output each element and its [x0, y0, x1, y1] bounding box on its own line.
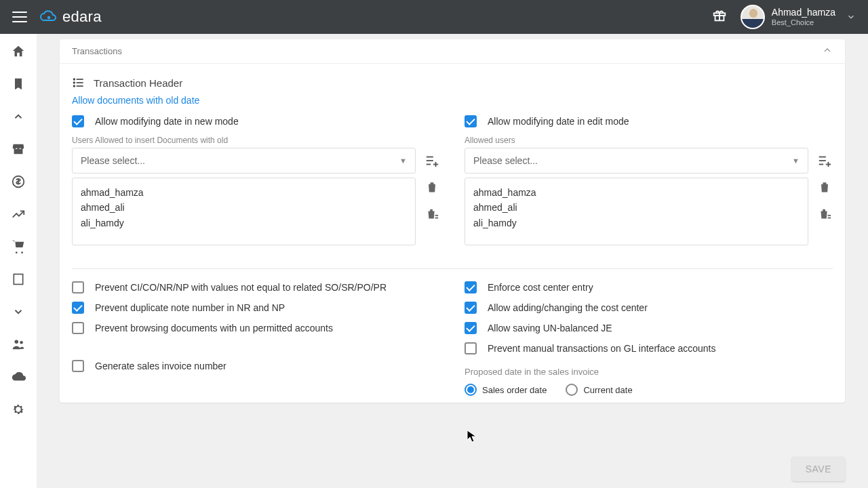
section-title: Transaction Header [94, 77, 182, 89]
checkbox-prevent-browse[interactable] [72, 322, 84, 334]
avatar [741, 5, 765, 29]
svg-point-22 [74, 85, 75, 87]
svg-point-20 [74, 79, 75, 80]
svg-rect-5 [14, 274, 22, 285]
store-icon[interactable] [10, 141, 26, 157]
cloud-icon[interactable] [10, 369, 26, 385]
caret-down-icon: ▼ [792, 157, 800, 165]
checkbox-allow-cc[interactable] [465, 302, 477, 314]
radio-sales-order-date[interactable] [465, 384, 477, 396]
label-prevent-ci: Prevent CI/CO/NR/NP with values not equa… [95, 282, 387, 293]
users-old-list[interactable]: ahmad_hamza ahmed_ali ali_hamdy [72, 178, 416, 245]
list-item[interactable]: ahmad_hamza [81, 185, 407, 200]
checkbox-unbalanced[interactable] [465, 322, 477, 334]
add-list-icon[interactable] [424, 152, 440, 169]
chevron-up-icon[interactable] [10, 108, 26, 125]
logo-text: edara [62, 8, 102, 26]
save-button[interactable]: SAVE [792, 457, 845, 481]
logo[interactable]: edara [39, 8, 102, 26]
allowed-users-select[interactable]: Please select... ▼ [465, 148, 808, 174]
trash-icon[interactable] [424, 179, 440, 195]
label-prevent-manual: Prevent manual transactions on GL interf… [488, 343, 715, 354]
cloud-icon [39, 10, 58, 24]
chevron-down-icon[interactable] [10, 304, 26, 320]
svg-point-15 [15, 340, 19, 344]
trash-icon[interactable] [816, 179, 833, 195]
checkbox-prevent-manual[interactable] [465, 342, 477, 354]
cart-icon[interactable] [10, 239, 26, 255]
svg-point-0 [47, 16, 50, 19]
list-item[interactable]: ali_hamdy [81, 216, 407, 230]
building-icon[interactable] [10, 271, 26, 287]
list-item[interactable]: ahmed_ali [81, 200, 407, 215]
label-gen-invoice: Generate sales invoice number [95, 361, 226, 371]
menu-icon[interactable] [12, 12, 27, 22]
label-modify-new: Allow modifying date in new mode [95, 116, 239, 127]
collapse-icon[interactable] [822, 45, 833, 58]
svg-point-21 [74, 82, 75, 83]
users-old-label: Users Allowed to insert Documents with o… [72, 136, 440, 145]
select-placeholder: Please select... [81, 155, 145, 166]
trending-icon[interactable] [10, 206, 26, 222]
users-old-select[interactable]: Please select... ▼ [72, 148, 416, 174]
allowed-users-list[interactable]: ahmad_hamza ahmed_ali ali_hamdy [465, 178, 808, 245]
org-name: Best_Choice [772, 18, 835, 27]
gear-icon[interactable] [10, 401, 26, 418]
allow-old-date-link[interactable]: Allow documents with old date [72, 95, 833, 106]
dollar-icon[interactable] [10, 174, 26, 190]
label-enforce-cc: Enforce cost center entry [488, 282, 593, 293]
chevron-down-icon [846, 12, 856, 22]
gift-icon[interactable] [712, 8, 727, 26]
checkbox-modify-new[interactable] [72, 115, 84, 127]
checkbox-gen-invoice[interactable] [72, 360, 84, 372]
list-item[interactable]: ahmed_ali [473, 200, 800, 215]
divider [72, 268, 833, 269]
caret-down-icon: ▼ [399, 157, 407, 165]
user-menu[interactable]: Ahmad_hamza Best_Choice [741, 5, 856, 29]
list-item[interactable]: ahmad_hamza [473, 185, 800, 200]
allowed-users-label: Allowed users [465, 136, 833, 145]
user-name: Ahmad_hamza [772, 7, 835, 18]
label-allow-cc: Allow adding/changing the cost center [488, 302, 648, 313]
sidebar [0, 34, 37, 488]
radio-current-date[interactable] [566, 384, 578, 396]
proposed-date-label: Proposed date in the sales invoice [465, 367, 833, 377]
checkbox-prevent-dup[interactable] [72, 302, 84, 314]
label-modify-edit: Allow modifying date in edit mode [488, 116, 629, 127]
select-placeholder: Please select... [473, 155, 538, 166]
main-content: Transactions Transaction Header Allow do… [37, 34, 868, 488]
list-icon [72, 76, 85, 89]
add-list-icon[interactable] [816, 152, 833, 169]
home-icon[interactable] [10, 43, 26, 60]
trash-all-icon[interactable] [816, 206, 833, 222]
list-item[interactable]: ali_hamdy [473, 216, 800, 230]
label-unbalanced: Allow saving UN-balanced JE [488, 323, 612, 333]
trash-all-icon[interactable] [424, 206, 440, 222]
top-bar: edara Ahmad_hamza Best_Choice [0, 0, 868, 34]
checkbox-modify-edit[interactable] [465, 115, 477, 127]
panel-title: Transactions [72, 46, 122, 56]
checkbox-prevent-ci[interactable] [72, 281, 84, 293]
label-prevent-dup: Prevent duplicate note number in NR and … [95, 302, 285, 313]
label-prevent-browse: Prevent browsing documents with un permi… [95, 323, 333, 333]
transactions-panel: Transactions Transaction Header Allow do… [60, 39, 845, 403]
radio-label-so: Sales order date [482, 385, 547, 395]
checkbox-enforce-cc[interactable] [465, 281, 477, 293]
bookmark-icon[interactable] [10, 76, 26, 92]
radio-label-current: Current date [583, 385, 632, 395]
svg-point-16 [20, 341, 23, 344]
people-icon[interactable] [10, 336, 26, 352]
